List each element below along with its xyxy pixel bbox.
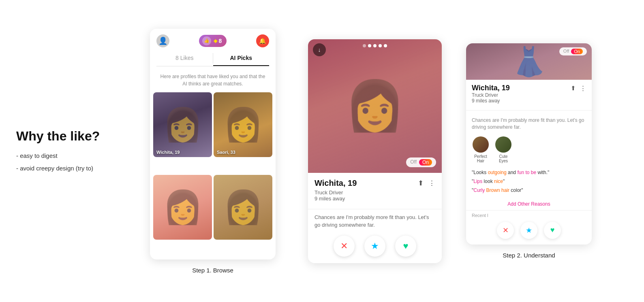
download-button[interactable]: ↓ <box>313 43 326 56</box>
reason-1-highlight-2: fun to be <box>517 170 536 175</box>
toggle-on-label: On <box>419 159 432 166</box>
recent-superlike-button[interactable]: ★ <box>520 222 537 239</box>
detail-phone-section: 👩 ↓ Off On <box>308 39 442 263</box>
profile-distance: 9 miles away <box>315 196 435 202</box>
understand-toggle-on: On <box>571 49 583 54</box>
notification-bell[interactable]: 🔔 <box>256 34 269 47</box>
profile-bio: Chances are I'm probably more fit than y… <box>308 213 442 229</box>
profile-person-figure: 👩 <box>308 39 442 173</box>
action-buttons: ✕ ★ ♥ <box>308 229 442 263</box>
recent-like-button[interactable]: ♥ <box>544 222 561 239</box>
browse-caption: Step 1. Browse <box>192 267 233 274</box>
profile-card-1[interactable]: 👩 Wichita, 19 <box>153 92 212 157</box>
more-options-icon[interactable]: ⋮ <box>428 179 435 187</box>
reasons-section: "Looks outgoing and fun to be with." "Li… <box>466 166 592 198</box>
attr-avatar-2 <box>495 136 511 153</box>
understand-job: Truck Driver <box>472 92 586 98</box>
reason-3-highlight-1: Curly <box>473 187 486 193</box>
attributes-row: PerfectHair Cute Eyes <box>466 133 592 166</box>
understand-action-icons: ⬆ ⋮ <box>571 85 586 92</box>
profile-divider <box>308 209 442 209</box>
browse-header: 👤 👍 ◆ 8 🔔 <box>150 29 276 51</box>
recent-action-buttons: ✕ ★ ♥ <box>472 220 586 242</box>
recent-label: Recent l <box>472 213 586 218</box>
profile-card-4[interactable]: 👩 <box>214 175 272 240</box>
profile-label-2: Saori, 33 <box>217 150 235 155</box>
tab-likes[interactable]: 8 Likes <box>156 51 213 66</box>
understand-name: Wichita, 19 <box>472 84 510 92</box>
person-4: 👩 <box>214 175 272 240</box>
profile-job: Truck Driver <box>315 189 435 196</box>
recent-section: Recent l ✕ ★ ♥ <box>466 210 592 245</box>
bullet-2: - avoid creepy design (try to) <box>16 163 146 174</box>
bell-icon: 🔔 <box>259 38 266 44</box>
understand-caption: Step 2. Understand <box>503 252 555 259</box>
profile-name-row: Wichita, 19 ⬆ ⋮ <box>315 179 435 188</box>
left-text-section: Why the like? - easy to digest - avoid c… <box>16 129 146 174</box>
browse-phone-section: 👤 👍 ◆ 8 🔔 8 Likes AI Picks <box>150 29 276 274</box>
main-container: Why the like? - easy to digest - avoid c… <box>0 21 644 282</box>
like-button[interactable]: ♥ <box>395 236 416 257</box>
recent-dislike-button[interactable]: ✕ <box>497 222 514 239</box>
boost-count: 8 <box>219 38 222 44</box>
boost-pill[interactable]: 👍 ◆ 8 <box>199 35 227 47</box>
understand-name-row: Wichita, 19 ⬆ ⋮ <box>472 84 586 92</box>
reason-3: "Curly Brown hair color" <box>472 187 586 194</box>
profile-card-2[interactable]: 👩 Saori, 33 <box>214 92 272 157</box>
person-1: 👩 <box>153 92 212 157</box>
profile-card-3[interactable]: 👩 <box>153 175 212 240</box>
reason-1-highlight-1: outgoing <box>488 170 507 175</box>
bullet-1: - easy to digest <box>16 150 146 161</box>
dot-5 <box>384 44 387 47</box>
diamond-icon: ◆ <box>214 38 217 44</box>
superlike-button[interactable]: ★ <box>364 236 385 257</box>
dot-1 <box>363 44 366 47</box>
reason-3-highlight-2: Brown hair <box>486 187 509 193</box>
toggle-off-label: Off <box>410 159 417 166</box>
likes-tabs: 8 Likes AI Picks <box>156 51 269 66</box>
attr-cute-eyes: Cute Eyes <box>494 136 512 163</box>
reason-1: "Looks outgoing and fun to be with." <box>472 169 586 176</box>
off-on-toggle[interactable]: Off On <box>406 157 436 167</box>
attr-perfect-hair: PerfectHair <box>472 136 490 163</box>
understand-toggle-off: Off <box>563 49 569 54</box>
understand-phone: 👗 Off On Wichita, 19 ⬆ ⋮ Truck Driver 9 … <box>466 43 592 245</box>
profile-action-icons: ⬆ ⋮ <box>418 179 435 187</box>
reason-2: "Lips look nice" <box>472 178 586 185</box>
dot-3 <box>373 44 377 47</box>
add-reasons-button[interactable]: Add Other Reasons <box>466 198 592 210</box>
detail-phone: 👩 ↓ Off On <box>308 39 442 263</box>
dot-4 <box>379 44 382 47</box>
profile-grid: 👩 Wichita, 19 👩 Saori, 33 👩 👩 <box>150 91 276 259</box>
browse-phone: 👤 👍 ◆ 8 🔔 8 Likes AI Picks <box>150 29 276 259</box>
understand-divider <box>466 110 592 111</box>
avatar-icon: 👤 <box>158 36 167 45</box>
profile-label-1: Wichita, 19 <box>156 150 180 155</box>
dislike-button[interactable]: ✕ <box>334 236 355 257</box>
understand-more-icon[interactable]: ⋮ <box>580 85 586 92</box>
reason-2-highlight-2: nice <box>494 179 503 184</box>
understand-distance: 9 miles away <box>472 98 586 104</box>
profile-info: Wichita, 19 ⬆ ⋮ Truck Driver 9 miles awa… <box>308 173 442 205</box>
tab-ai-picks[interactable]: AI Picks <box>213 51 270 66</box>
person-2: 👩 <box>214 92 272 157</box>
understand-bio: Chances are I'm probably more fit than y… <box>466 115 592 133</box>
understand-phone-section: 👗 Off On Wichita, 19 ⬆ ⋮ Truck Driver 9 … <box>466 43 592 259</box>
person-3: 👩 <box>153 175 212 240</box>
profile-name: Wichita, 19 <box>315 179 357 188</box>
page-title: Why the like? <box>16 129 146 144</box>
attr-label-1: PerfectHair <box>472 154 490 163</box>
dot-2 <box>368 44 371 47</box>
user-avatar[interactable]: 👤 <box>156 34 169 47</box>
reason-2-highlight-1: Lips <box>473 179 482 184</box>
attr-label-2: Cute Eyes <box>494 154 512 163</box>
like-icon: 👍 <box>202 36 211 45</box>
understand-share-icon[interactable]: ⬆ <box>571 85 576 92</box>
ai-picks-description: Here are profiles that have liked you an… <box>150 66 276 91</box>
understand-photo: 👗 Off On <box>466 43 592 80</box>
profile-photo: 👩 ↓ Off On <box>308 39 442 173</box>
photo-dots <box>363 44 387 47</box>
attr-avatar-1 <box>473 136 489 153</box>
understand-toggle[interactable]: Off On <box>559 47 587 55</box>
share-icon[interactable]: ⬆ <box>418 179 424 187</box>
